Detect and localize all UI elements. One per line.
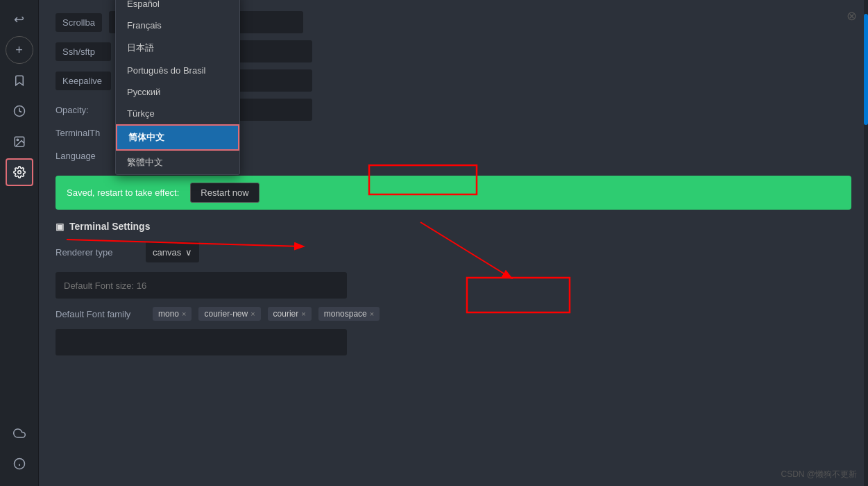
main-content: Scrollba Ssh/sftp Keepalive 50000 Opacit… bbox=[39, 0, 868, 486]
svg-point-2 bbox=[17, 139, 18, 140]
sidebar-icon-cloud[interactable] bbox=[6, 419, 33, 447]
bottom-input[interactable] bbox=[56, 329, 347, 355]
language-dropdown-menu: Español Français 日本語 Português do Brasil… bbox=[115, 0, 240, 175]
watermark: CSDN @懒狗不更新 bbox=[781, 469, 857, 480]
sidebar-icon-add[interactable]: + bbox=[6, 36, 33, 64]
font-tag-mono: mono × bbox=[153, 307, 192, 321]
font-family-label: Default Font family bbox=[56, 309, 146, 319]
lang-russian[interactable]: Русский bbox=[116, 81, 239, 103]
sidebar-bottom bbox=[6, 419, 33, 478]
close-icon[interactable]: ⊗ bbox=[846, 8, 857, 24]
remove-monospace-btn[interactable]: × bbox=[370, 310, 374, 318]
font-tag-courier: courier × bbox=[268, 307, 312, 321]
font-tag-monospace: monospace × bbox=[318, 307, 380, 321]
section-title: Terminal Settings bbox=[69, 221, 150, 232]
remove-courier-btn[interactable]: × bbox=[301, 310, 305, 318]
sidebar-icon-settings[interactable] bbox=[6, 158, 33, 186]
scrollba-label: Scrollba bbox=[56, 13, 102, 32]
scrollba-field: Scrollba bbox=[56, 13, 102, 32]
section-icon: ▣ bbox=[56, 221, 64, 232]
restart-now-button[interactable]: Restart now bbox=[190, 183, 259, 203]
remove-courier-new-btn[interactable]: × bbox=[250, 310, 255, 318]
terminaltheme-label: TerminalTh bbox=[56, 128, 111, 138]
font-family-row: Default Font family mono × courier-new ×… bbox=[56, 307, 851, 321]
svg-point-3 bbox=[17, 171, 21, 174]
terminal-settings-header: ▣ Terminal Settings bbox=[56, 221, 851, 232]
sidebar-icon-image[interactable] bbox=[6, 128, 33, 156]
renderer-row: Renderer type canvas ∨ bbox=[56, 242, 851, 262]
lang-espanol[interactable]: Español bbox=[116, 0, 239, 15]
font-size-row bbox=[56, 272, 851, 299]
scrollbar[interactable] bbox=[864, 0, 868, 486]
sidebar-icon-info[interactable] bbox=[6, 450, 33, 478]
lang-portuguese[interactable]: Português do Brasil bbox=[116, 60, 239, 81]
language-label: Language bbox=[56, 151, 111, 161]
sidebar-icon-history[interactable] bbox=[6, 97, 33, 125]
renderer-dropdown-btn[interactable]: canvas ∨ bbox=[146, 242, 199, 262]
lang-simplified-chinese[interactable]: 简体中文 bbox=[116, 124, 239, 151]
remove-mono-btn[interactable]: × bbox=[182, 310, 186, 318]
font-tag-courier-new: courier-new × bbox=[198, 307, 260, 321]
sidebar-icon-bookmark[interactable] bbox=[6, 67, 33, 94]
lang-francais[interactable]: Français bbox=[116, 15, 239, 36]
font-size-input[interactable] bbox=[56, 272, 347, 299]
renderer-value: canvas bbox=[153, 247, 181, 258]
saved-message: Saved, restart to take effect: bbox=[67, 187, 179, 198]
lang-turkish[interactable]: Türkçe bbox=[116, 103, 239, 124]
renderer-label: Renderer type bbox=[56, 247, 139, 258]
settings-panel: Scrollba Ssh/sftp Keepalive 50000 Opacit… bbox=[39, 0, 868, 486]
sidebar-icon-back[interactable]: ↩ bbox=[6, 6, 33, 33]
scroll-thumb[interactable] bbox=[864, 14, 868, 125]
saved-banner: Saved, restart to take effect: Restart n… bbox=[56, 176, 851, 210]
sidebar: ↩ + bbox=[0, 0, 39, 486]
keepalive-field: Keepalive bbox=[56, 72, 111, 90]
language-row: Language 简体中文 ∨ Edit 🔗 Español Français … bbox=[56, 145, 851, 166]
sshsftp-field: Ssh/sftp bbox=[56, 42, 111, 61]
lang-japanese[interactable]: 日本語 bbox=[116, 36, 239, 60]
chevron-down-icon-renderer: ∨ bbox=[185, 247, 192, 258]
opacity-label: Opacity: bbox=[56, 105, 111, 115]
lang-traditional-chinese[interactable]: 繁體中文 bbox=[116, 151, 239, 174]
